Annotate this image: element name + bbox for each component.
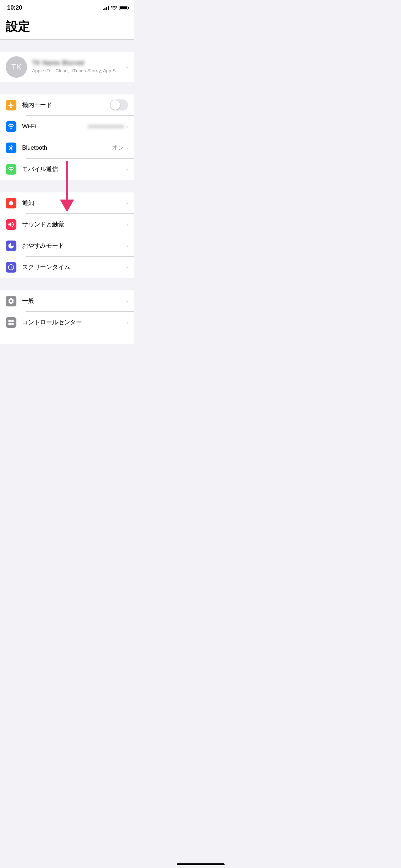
page-header: 設定 bbox=[0, 16, 134, 39]
profile-name: TK Name Blurred bbox=[32, 60, 126, 67]
section-gap-3 bbox=[0, 180, 134, 192]
airplane-mode-cell[interactable]: 機内モード bbox=[0, 94, 134, 116]
screentime-chevron: › bbox=[126, 264, 128, 270]
avatar: TK bbox=[6, 56, 27, 78]
notifications-chevron: › bbox=[126, 200, 128, 206]
status-bar: 10:20 bbox=[0, 0, 134, 16]
notifications-cell[interactable]: 通知 › bbox=[0, 192, 134, 214]
general-icon bbox=[6, 296, 16, 306]
svg-rect-5 bbox=[9, 322, 11, 325]
connectivity-section: 機内モード Wi-Fi ●●●●●●●●● › Bluetooth オン › bbox=[0, 94, 134, 180]
sounds-chevron: › bbox=[126, 222, 128, 227]
bluetooth-cell[interactable]: Bluetooth オン › bbox=[0, 137, 134, 159]
cellular-chevron: › bbox=[126, 166, 128, 172]
status-icons bbox=[103, 6, 128, 10]
general-chevron: › bbox=[126, 298, 128, 304]
signal-icon bbox=[103, 6, 109, 10]
wifi-value: ●●●●●●●●● bbox=[88, 123, 124, 130]
airplane-mode-icon bbox=[6, 100, 16, 110]
controlcenter-chevron: › bbox=[126, 320, 128, 325]
profile-subtitle: Apple ID、iCloud、iTunes StoreとApp S... bbox=[32, 68, 126, 74]
section-gap-2 bbox=[0, 82, 134, 94]
page-title: 設定 bbox=[6, 19, 128, 35]
section-gap-1 bbox=[0, 40, 134, 52]
svg-rect-6 bbox=[11, 322, 14, 325]
donotdisturb-label: おやすみモード bbox=[22, 242, 126, 250]
bluetooth-icon bbox=[6, 143, 16, 153]
donotdisturb-chevron: › bbox=[126, 243, 128, 249]
wifi-chevron: › bbox=[126, 124, 128, 129]
controlcenter-cell[interactable]: コントロールセンター › bbox=[0, 312, 134, 333]
sounds-cell[interactable]: サウンドと触覚 › bbox=[0, 214, 134, 235]
screentime-icon bbox=[6, 262, 16, 273]
notifications-section: 通知 › サウンドと触覚 › おやすみモード › スクリーンタイム › bbox=[0, 192, 134, 278]
profile-section: TK TK Name Blurred Apple ID、iCloud、iTune… bbox=[0, 52, 134, 82]
status-time: 10:20 bbox=[7, 4, 22, 11]
sounds-icon bbox=[6, 219, 16, 230]
profile-cell[interactable]: TK TK Name Blurred Apple ID、iCloud、iTune… bbox=[0, 52, 134, 82]
profile-chevron: › bbox=[126, 64, 128, 70]
svg-rect-3 bbox=[9, 320, 11, 322]
bluetooth-chevron: › bbox=[126, 145, 128, 151]
sounds-label: サウンドと触覚 bbox=[22, 220, 126, 228]
bluetooth-label: Bluetooth bbox=[22, 144, 112, 151]
controlcenter-icon bbox=[6, 317, 16, 328]
screentime-cell[interactable]: スクリーンタイム › bbox=[0, 257, 134, 278]
cellular-icon bbox=[6, 164, 16, 175]
wifi-cell[interactable]: Wi-Fi ●●●●●●●●● › bbox=[0, 116, 134, 137]
wifi-label: Wi-Fi bbox=[22, 123, 88, 130]
profile-info: TK Name Blurred Apple ID、iCloud、iTunes S… bbox=[32, 60, 126, 74]
donotdisturb-cell[interactable]: おやすみモード › bbox=[0, 235, 134, 257]
controlcenter-label: コントロールセンター bbox=[22, 318, 126, 326]
airplane-mode-toggle[interactable] bbox=[110, 99, 128, 110]
battery-icon bbox=[119, 6, 128, 10]
cellular-cell[interactable]: モバイル通信 › bbox=[0, 159, 134, 180]
notifications-icon bbox=[6, 198, 16, 208]
bluetooth-value: オン bbox=[112, 144, 124, 152]
cellular-label: モバイル通信 bbox=[22, 165, 126, 173]
svg-point-0 bbox=[10, 128, 11, 129]
donotdisturb-icon bbox=[6, 241, 16, 251]
section-gap-4 bbox=[0, 278, 134, 290]
general-section: 一般 › コントロールセンター › bbox=[0, 290, 134, 333]
wifi-status-icon bbox=[111, 6, 117, 10]
svg-rect-4 bbox=[11, 320, 14, 322]
general-cell[interactable]: 一般 › bbox=[0, 290, 134, 312]
general-label: 一般 bbox=[22, 297, 126, 305]
wifi-cell-icon bbox=[6, 121, 16, 132]
notifications-label: 通知 bbox=[22, 199, 126, 207]
airplane-mode-label: 機内モード bbox=[22, 101, 110, 109]
screentime-label: スクリーンタイム bbox=[22, 263, 126, 271]
